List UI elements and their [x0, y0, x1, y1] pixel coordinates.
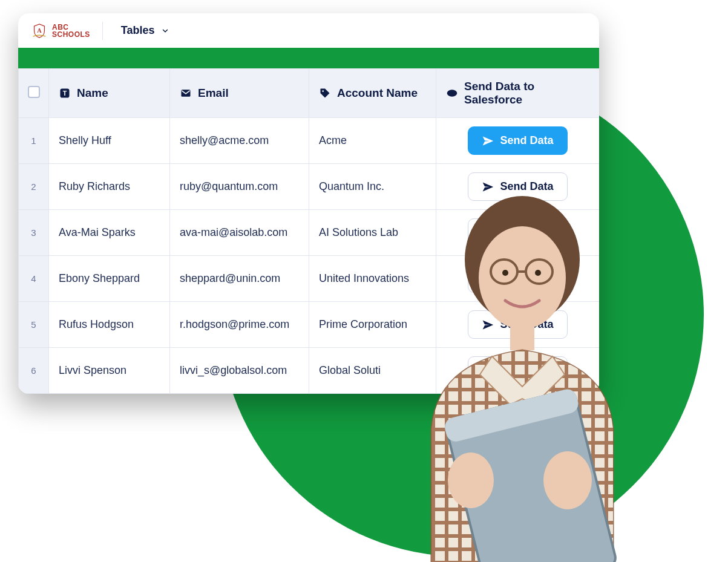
cell-account: Acme [309, 118, 436, 164]
cell-action: Send Data [436, 302, 600, 348]
col-name[interactable]: T Name [49, 69, 170, 118]
cell-name: Rufus Hodgson [49, 302, 170, 348]
send-icon [482, 227, 494, 239]
svg-point-4 [322, 90, 324, 92]
send-data-button[interactable]: Send Data [468, 310, 567, 339]
accent-strip [18, 48, 599, 68]
send-data-button[interactable]: Send Data [468, 218, 567, 247]
cell-name: Shelly Huff [49, 118, 170, 164]
row-number: 2 [19, 164, 49, 210]
row-number: 6 [19, 348, 49, 394]
select-all-checkbox[interactable] [28, 86, 40, 98]
send-data-button[interactable]: Send Data [468, 356, 567, 385]
cell-account: AI Solutions Lab [309, 210, 436, 256]
divider [102, 22, 103, 40]
cell-email: shelly@acme.com [170, 118, 309, 164]
nav-tables-label: Tables [121, 24, 155, 37]
table-header-row: T Name Email [19, 69, 600, 118]
select-all-header[interactable] [19, 69, 49, 118]
cell-action: Send Data [436, 210, 600, 256]
send-data-label: Send Data [500, 134, 553, 147]
cell-name: Livvi Spenson [49, 348, 170, 394]
table-row[interactable]: 5Rufus Hodgsonr.hodgson@prime.comPrime C… [19, 302, 600, 348]
data-table: T Name Email [18, 68, 599, 394]
cell-action: Send Data [436, 118, 600, 164]
cell-email: sheppard@unin.com [170, 256, 309, 302]
row-number: 1 [19, 118, 49, 164]
row-number: 4 [19, 256, 49, 302]
table-row[interactable]: 1Shelly Huffshelly@acme.comAcmeSend Data [19, 118, 600, 164]
table-row[interactable]: 3Ava-Mai Sparksava-mai@aisolab.comAI Sol… [19, 210, 600, 256]
svg-text:A: A [37, 27, 42, 34]
send-data-button[interactable]: Send Data [468, 264, 567, 293]
send-data-button[interactable]: Send Data [468, 172, 567, 201]
brand-line2: SCHOOLS [52, 31, 90, 38]
table-row[interactable]: 4Ebony Sheppardsheppard@unin.comUnited I… [19, 256, 600, 302]
chevron-down-icon [161, 27, 169, 35]
brand-line1: ABC [52, 24, 90, 31]
email-icon [180, 87, 192, 99]
cell-email: ava-mai@aisolab.com [170, 210, 309, 256]
cell-name: Ebony Sheppard [49, 256, 170, 302]
row-number: 3 [19, 210, 49, 256]
cell-account: Global Soluti [309, 348, 436, 394]
send-data-button[interactable]: Send Data [468, 126, 567, 155]
send-data-label: Send Data [500, 226, 553, 239]
cell-account: Prime Corporation [309, 302, 436, 348]
cell-email: ruby@quantum.com [170, 164, 309, 210]
send-icon [482, 273, 494, 285]
brand-logo: A ABC SCHOOLS [31, 23, 90, 39]
row-number: 5 [19, 302, 49, 348]
col-action-label: Send Data to Salesforce [464, 80, 589, 106]
nav-tables[interactable]: Tables [115, 21, 175, 41]
cell-name: Ava-Mai Sparks [49, 210, 170, 256]
send-data-label: Send Data [500, 364, 553, 377]
tag-icon [319, 87, 331, 99]
text-field-icon: T [59, 87, 71, 99]
send-icon [482, 135, 494, 147]
titlebar: A ABC SCHOOLS Tables [18, 13, 599, 48]
send-icon [482, 365, 494, 377]
salesforce-cloud-icon [446, 87, 458, 99]
send-icon [482, 181, 494, 193]
table-row[interactable]: 2Ruby Richardsruby@quantum.comQuantum In… [19, 164, 600, 210]
app-window: A ABC SCHOOLS Tables [18, 13, 599, 394]
logo-shield-icon: A [31, 23, 47, 39]
table-row[interactable]: 6Livvi Spensonlivvi_s@globalsol.comGloba… [19, 348, 600, 394]
col-email-label: Email [198, 87, 229, 100]
col-action[interactable]: Send Data to Salesforce [436, 69, 600, 118]
svg-point-5 [447, 90, 457, 97]
col-account[interactable]: Account Name [309, 69, 436, 118]
svg-text:T: T [63, 90, 67, 97]
col-email[interactable]: Email [170, 69, 309, 118]
cell-account: Quantum Inc. [309, 164, 436, 210]
cell-action: Send Data [436, 256, 600, 302]
col-account-label: Account Name [337, 87, 418, 100]
col-name-label: Name [77, 87, 108, 100]
cell-action: Send Data [436, 348, 600, 394]
cell-action: Send Data [436, 164, 600, 210]
cell-email: r.hodgson@prime.com [170, 302, 309, 348]
send-icon [482, 319, 494, 331]
send-data-label: Send Data [500, 272, 553, 285]
cell-name: Ruby Richards [49, 164, 170, 210]
cell-email: livvi_s@globalsol.com [170, 348, 309, 394]
send-data-label: Send Data [500, 180, 553, 193]
cell-account: United Innovations [309, 256, 436, 302]
send-data-label: Send Data [500, 318, 553, 331]
